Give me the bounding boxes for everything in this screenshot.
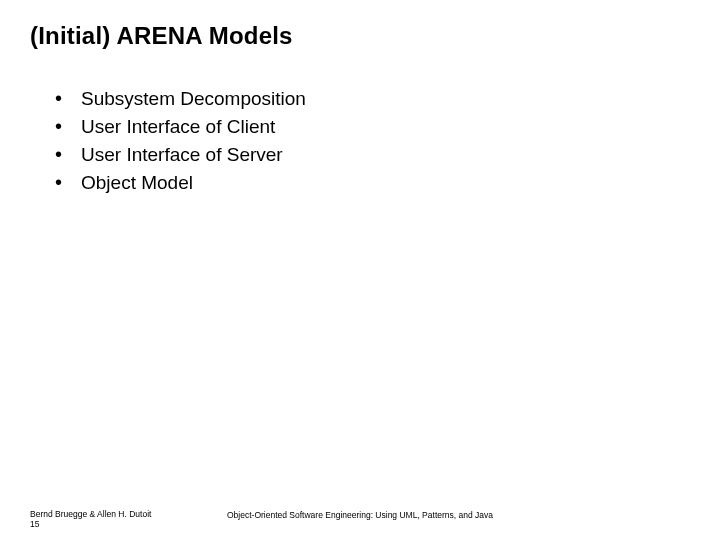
list-item: • User Interface of Client bbox=[55, 114, 680, 141]
bullet-icon: • bbox=[55, 141, 81, 168]
footer-left: Bernd Bruegge & Allen H. Dutoit 15 bbox=[30, 509, 151, 530]
bullet-text: User Interface of Client bbox=[81, 114, 275, 140]
bullet-icon: • bbox=[55, 169, 81, 196]
list-item: • Object Model bbox=[55, 170, 680, 197]
bullet-text: Subsystem Decomposition bbox=[81, 86, 306, 112]
bullet-icon: • bbox=[55, 85, 81, 112]
bullet-text: User Interface of Server bbox=[81, 142, 283, 168]
list-item: • Subsystem Decomposition bbox=[55, 86, 680, 113]
footer-authors: Bernd Bruegge & Allen H. Dutoit bbox=[30, 509, 151, 520]
bullet-icon: • bbox=[55, 113, 81, 140]
slide: (Initial) ARENA Models • Subsystem Decom… bbox=[0, 0, 720, 540]
list-item: • User Interface of Server bbox=[55, 142, 680, 169]
bullet-text: Object Model bbox=[81, 170, 193, 196]
footer-page-number: 15 bbox=[30, 519, 151, 530]
bullet-list: • Subsystem Decomposition • User Interfa… bbox=[55, 86, 680, 198]
slide-title: (Initial) ARENA Models bbox=[30, 22, 293, 50]
